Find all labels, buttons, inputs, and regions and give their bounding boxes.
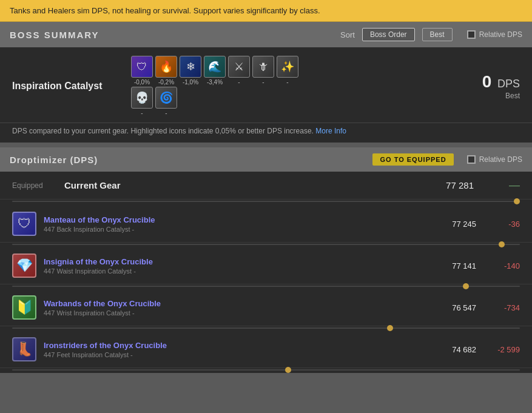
equipped-progress-row	[0, 200, 532, 206]
boss-icons-bottom: 💀 - 🌀 -	[131, 87, 298, 116]
equipped-progress-dot	[514, 198, 520, 204]
item-sub: 447 Feet Inspiration Catalyst -	[44, 351, 420, 358]
item-progress-track	[12, 286, 520, 287]
boss-icon-box: 🗡	[252, 56, 274, 78]
boss-icons-top: 🛡 -0,0% 🔥 -0,2% ❄ -1,0% 🌊 -3,4% ⚔ - 🗡 - …	[131, 56, 298, 86]
item-icon: 👢	[12, 337, 36, 361]
go-to-equipped-button[interactable]: GO TO EQUIPPED	[372, 153, 453, 166]
boss-icon-item: 🗡 -	[252, 56, 274, 86]
boss-icon-item: 🛡 -0,0%	[131, 56, 153, 86]
item-progress-dot	[387, 325, 393, 331]
boss-dps-sublabel: Best	[482, 92, 520, 100]
item-progress-dot	[285, 367, 291, 373]
boss-icon-pct: -	[238, 79, 240, 86]
item-progress-dot	[463, 283, 469, 289]
item-dps: 76 547	[428, 303, 476, 312]
best-button[interactable]: Best	[422, 28, 453, 41]
item-progress-dot	[499, 241, 505, 247]
more-info-link[interactable]: More Info	[315, 127, 346, 135]
sort-label: Sort	[340, 30, 355, 39]
relative-dps-label-drop: Relative DPS	[479, 155, 522, 164]
boss-icon-pct: -1,0%	[183, 79, 198, 86]
relative-dps-checkbox-boss[interactable]	[467, 30, 476, 39]
item-dps: 77 245	[428, 220, 476, 229]
item-dps: 77 141	[428, 261, 476, 270]
item-sub: 447 Back Inspiration Catalyst -	[44, 226, 420, 233]
boss-icon-item: 🌀 -	[155, 87, 177, 116]
table-row[interactable]: 🔰 Warbands of the Onyx Crucible 447 Wris…	[0, 289, 532, 326]
item-delta: -2 599	[483, 345, 520, 354]
boss-icon-box: ❄	[180, 56, 201, 78]
equipped-row: Equipped Current Gear 77 281 —	[0, 172, 532, 200]
item-sub: 447 Wrist Inspiration Catalyst -	[44, 309, 420, 317]
item-progress-track	[12, 369, 520, 371]
item-delta: -734	[483, 303, 520, 312]
item-progress-row	[0, 243, 532, 247]
boss-icon-pct: -0,0%	[134, 79, 150, 86]
boss-icon-box: 🌀	[155, 87, 177, 109]
boss-icon-pct: -	[286, 79, 288, 86]
item-info: Warbands of the Onyx Crucible 447 Wrist …	[44, 299, 420, 317]
item-icon: 💎	[12, 254, 36, 278]
item-progress-track	[12, 327, 520, 329]
item-name: Manteau of the Onyx Crucible	[44, 215, 420, 224]
item-progress-track	[12, 244, 520, 245]
boss-icon-box: 🌊	[204, 56, 226, 78]
boss-dps-value: 0	[482, 72, 492, 91]
boss-icon-pct: -0,2%	[158, 79, 174, 86]
boss-icon-item: 💀 -	[131, 87, 153, 116]
table-row[interactable]: 👢 Ironstriders of the Onyx Crucible 447 …	[0, 331, 532, 368]
boss-icon-box: 🔥	[155, 56, 177, 78]
item-info: Manteau of the Onyx Crucible 447 Back In…	[44, 215, 420, 233]
warning-banner: Tanks and Healers sim DPS, not healing o…	[0, 0, 532, 22]
boss-order-button[interactable]: Boss Order	[362, 28, 415, 41]
equipped-progress-track	[12, 201, 520, 202]
item-icon: 🔰	[12, 295, 36, 320]
item-name: Insignia of the Onyx Crucible	[44, 257, 420, 266]
boss-icon-box: ✨	[277, 56, 298, 78]
item-icon: 🛡	[12, 212, 36, 236]
item-info: Ironstriders of the Onyx Crucible 447 Fe…	[44, 341, 420, 358]
boss-icons: 🛡 -0,0% 🔥 -0,2% ❄ -1,0% 🌊 -3,4% ⚔ - 🗡 - …	[131, 56, 298, 116]
boss-dps-box: 0 DPS Best	[482, 72, 520, 100]
current-gear-dps: 77 281	[425, 180, 474, 190]
boss-summary-header: BOSS SUMMARY Sort Boss Order Best Relati…	[0, 22, 532, 47]
item-name: Warbands of the Onyx Crucible	[44, 299, 420, 308]
boss-summary-body: Inspiration Catalyst 🛡 -0,0% 🔥 -0,2% ❄ -…	[0, 47, 532, 123]
item-info: Insignia of the Onyx Crucible 447 Waist …	[44, 257, 420, 275]
item-progress-row	[0, 326, 532, 331]
boss-row: Inspiration Catalyst 🛡 -0,0% 🔥 -0,2% ❄ -…	[12, 56, 520, 116]
boss-icon-box: 💀	[131, 87, 153, 109]
item-rows-container: 🛡 Manteau of the Onyx Crucible 447 Back …	[0, 206, 532, 373]
table-row[interactable]: 💎 Insignia of the Onyx Crucible 447 Wais…	[0, 247, 532, 284]
boss-icon-pct: -	[262, 79, 264, 86]
current-gear-delta: —	[483, 179, 520, 192]
boss-icon-item: 🌊 -3,4%	[204, 56, 226, 86]
item-delta: -140	[483, 261, 520, 270]
boss-icon-item: ⚔ -	[228, 56, 250, 86]
boss-icon-box: ⚔	[228, 56, 250, 78]
table-row[interactable]: 🛡 Manteau of the Onyx Crucible 447 Back …	[0, 206, 532, 243]
droptimizer-body: Equipped Current Gear 77 281 — 🛡 Manteau…	[0, 172, 532, 373]
section-divider	[0, 143, 532, 147]
droptimizer-title: Droptimizer (DPS)	[10, 155, 98, 165]
item-dps: 74 682	[428, 345, 476, 354]
relative-dps-checkbox-drop[interactable]	[467, 155, 476, 164]
item-progress-row	[0, 284, 532, 289]
boss-icon-item: ✨ -	[277, 56, 298, 86]
droptimizer-header: Droptimizer (DPS) GO TO EQUIPPED Relativ…	[0, 147, 532, 172]
relative-dps-label-boss: Relative DPS	[479, 30, 522, 39]
boss-icon-box: 🛡	[131, 56, 153, 78]
item-delta: -36	[483, 220, 520, 229]
boss-summary-title: BOSS SUMMARY	[10, 30, 99, 40]
item-name: Ironstriders of the Onyx Crucible	[44, 341, 420, 350]
boss-summary-footer: DPS compared to your current gear. Highl…	[0, 123, 532, 143]
boss-icon-pct: -3,4%	[207, 79, 223, 86]
item-sub: 447 Waist Inspiration Catalyst -	[44, 267, 420, 275]
boss-icon-pct: -	[141, 110, 143, 116]
boss-icon-item: ❄ -1,0%	[180, 56, 201, 86]
boss-icon-item: 🔥 -0,2%	[155, 56, 177, 86]
boss-name: Inspiration Catalyst	[12, 81, 121, 92]
warning-text: Tanks and Healers sim DPS, not healing o…	[10, 6, 320, 15]
item-progress-row	[0, 368, 532, 373]
